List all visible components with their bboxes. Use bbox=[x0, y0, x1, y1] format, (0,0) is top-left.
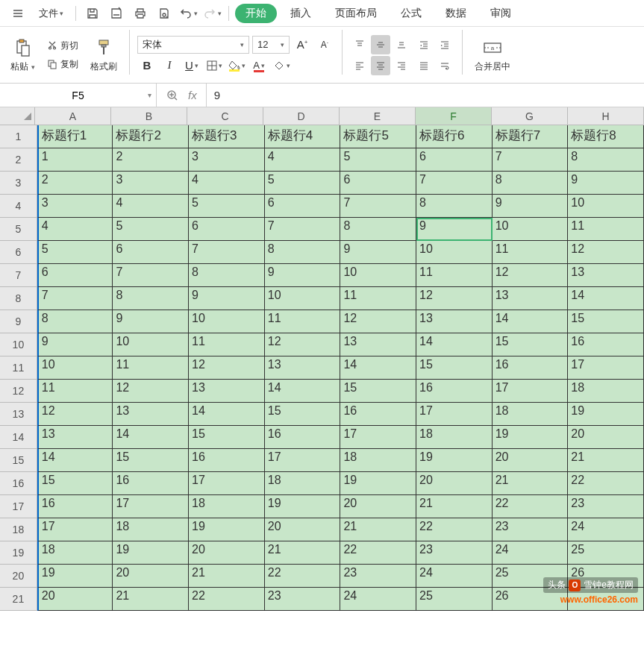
cell[interactable]: 标题行8 bbox=[568, 125, 644, 148]
hamburger-button[interactable] bbox=[6, 4, 30, 22]
cell[interactable]: 17 bbox=[493, 380, 569, 403]
italic-button[interactable]: I bbox=[160, 56, 179, 75]
cell[interactable]: 10 bbox=[340, 264, 416, 287]
cell[interactable]: 18 bbox=[416, 426, 493, 449]
cell[interactable]: 12 bbox=[340, 310, 416, 333]
font-size-select[interactable]: 12▾ bbox=[252, 36, 290, 54]
row-header[interactable]: 15 bbox=[0, 449, 37, 472]
trace-icon[interactable] bbox=[166, 89, 179, 102]
cell[interactable]: 6 bbox=[113, 241, 189, 264]
cell[interactable]: 7 bbox=[340, 195, 416, 218]
cell[interactable]: 12 bbox=[493, 264, 569, 287]
cell[interactable]: 24 bbox=[568, 518, 644, 541]
cell[interactable]: 7 bbox=[189, 241, 265, 264]
cell[interactable]: 7 bbox=[265, 218, 341, 241]
save-as-button[interactable] bbox=[106, 3, 127, 24]
cell[interactable]: 23 bbox=[265, 588, 341, 611]
cell[interactable]: 8 bbox=[568, 148, 644, 172]
cell[interactable]: 2 bbox=[37, 172, 113, 195]
cell[interactable]: 14 bbox=[189, 403, 265, 426]
cell[interactable]: 16 bbox=[113, 472, 189, 495]
cell[interactable]: 21 bbox=[493, 472, 569, 495]
cell[interactable]: 14 bbox=[340, 356, 416, 380]
cell[interactable]: 11 bbox=[568, 218, 644, 241]
cell[interactable]: 14 bbox=[37, 449, 113, 472]
cell[interactable]: 5 bbox=[340, 148, 416, 172]
column-header-A[interactable]: A bbox=[35, 107, 111, 125]
cell[interactable]: 17 bbox=[37, 518, 113, 541]
cell[interactable]: 6 bbox=[189, 218, 265, 241]
align-top-button[interactable] bbox=[350, 35, 369, 54]
cell[interactable]: 21 bbox=[568, 449, 644, 472]
orientation-button[interactable] bbox=[414, 56, 434, 75]
row-header[interactable]: 7 bbox=[0, 264, 37, 287]
cell[interactable]: 8 bbox=[189, 264, 265, 287]
cell[interactable]: 15 bbox=[416, 356, 493, 380]
cell[interactable]: 3 bbox=[189, 148, 265, 172]
cell[interactable]: 标题行1 bbox=[37, 125, 113, 148]
cell[interactable]: 13 bbox=[113, 403, 189, 426]
cell[interactable]: 10 bbox=[113, 333, 189, 356]
formula-input[interactable]: 9 bbox=[207, 89, 644, 101]
cell[interactable]: 13 bbox=[189, 380, 265, 403]
row-header[interactable]: 20 bbox=[0, 565, 37, 588]
cell[interactable]: 12 bbox=[37, 403, 113, 426]
cell[interactable]: 14 bbox=[113, 426, 189, 449]
cell[interactable]: 17 bbox=[568, 356, 644, 380]
select-all-corner[interactable] bbox=[0, 107, 35, 125]
cell[interactable]: 24 bbox=[493, 541, 569, 565]
cell[interactable]: 15 bbox=[189, 426, 265, 449]
row-header[interactable]: 11 bbox=[0, 356, 37, 380]
cell[interactable]: 18 bbox=[189, 495, 265, 518]
cell[interactable]: 5 bbox=[265, 172, 341, 195]
cell[interactable]: 8 bbox=[493, 172, 569, 195]
cell[interactable]: 12 bbox=[568, 241, 644, 264]
cell[interactable]: 19 bbox=[340, 472, 416, 495]
cell[interactable]: 标题行7 bbox=[493, 125, 569, 148]
align-middle-button[interactable] bbox=[371, 35, 390, 54]
cell[interactable]: 3 bbox=[113, 172, 189, 195]
cell[interactable]: 11 bbox=[265, 310, 341, 333]
cell[interactable]: 7 bbox=[37, 287, 113, 310]
font-color-button[interactable]: A▾ bbox=[249, 56, 269, 75]
row-header[interactable]: 13 bbox=[0, 403, 37, 426]
row-header[interactable]: 10 bbox=[0, 333, 37, 356]
save-button[interactable] bbox=[82, 3, 103, 24]
row-header[interactable]: 8 bbox=[0, 287, 37, 310]
cell[interactable]: 11 bbox=[113, 356, 189, 380]
cell[interactable]: 19 bbox=[568, 403, 644, 426]
cell[interactable]: 16 bbox=[340, 403, 416, 426]
cell[interactable]: 20 bbox=[340, 495, 416, 518]
cell[interactable]: 22 bbox=[493, 495, 569, 518]
tab-formula[interactable]: 公式 bbox=[390, 2, 432, 25]
cell[interactable]: 18 bbox=[113, 518, 189, 541]
column-header-B[interactable]: B bbox=[111, 107, 187, 125]
cell[interactable]: 19 bbox=[113, 541, 189, 565]
cell[interactable]: 14 bbox=[416, 333, 493, 356]
redo-button[interactable]: ▾ bbox=[201, 3, 222, 24]
cell[interactable]: 14 bbox=[493, 310, 569, 333]
cell[interactable]: 18 bbox=[568, 380, 644, 403]
cell[interactable]: 22 bbox=[340, 541, 416, 565]
cell[interactable]: 19 bbox=[493, 426, 569, 449]
cell[interactable]: 4 bbox=[189, 172, 265, 195]
tab-data[interactable]: 数据 bbox=[435, 2, 477, 25]
column-header-E[interactable]: E bbox=[340, 107, 416, 125]
cell[interactable]: 23 bbox=[493, 518, 569, 541]
cell[interactable]: 23 bbox=[416, 541, 493, 565]
cell[interactable]: 21 bbox=[416, 495, 493, 518]
cell[interactable]: 19 bbox=[37, 565, 113, 588]
font-name-select[interactable]: 宋体▾ bbox=[137, 36, 249, 54]
cell[interactable]: 15 bbox=[493, 333, 569, 356]
cell[interactable]: 9 bbox=[37, 333, 113, 356]
cell[interactable]: 5 bbox=[37, 241, 113, 264]
cell[interactable]: 12 bbox=[416, 287, 493, 310]
cell[interactable]: 7 bbox=[416, 172, 493, 195]
cell[interactable]: 11 bbox=[189, 333, 265, 356]
cell[interactable]: 9 bbox=[416, 218, 493, 241]
cell[interactable]: 7 bbox=[113, 264, 189, 287]
cell[interactable]: 24 bbox=[340, 588, 416, 611]
row-header[interactable]: 3 bbox=[0, 172, 37, 195]
tab-page-layout[interactable]: 页面布局 bbox=[325, 2, 387, 25]
cell[interactable]: 8 bbox=[340, 218, 416, 241]
